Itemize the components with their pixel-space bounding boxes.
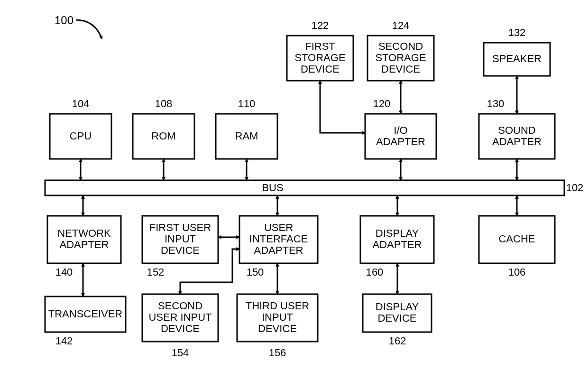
figure-reference: 100 [55, 14, 74, 27]
svg-text:154: 154 [172, 347, 189, 359]
second-user-input-block: 154 SECONDUSER INPUTDEVICE [142, 294, 218, 359]
svg-text:152: 152 [147, 266, 165, 278]
first-user-input-block: 152 FIRST USERINPUTDEVICE [142, 216, 218, 278]
display-device-block: 162 DISPLAYDEVICE [363, 294, 432, 347]
svg-rect-0 [45, 180, 564, 195]
svg-text:140: 140 [55, 266, 73, 278]
second-storage-block: 124 SECONDSTORAGEDEVICE [368, 19, 434, 81]
display-adapter-label: DISPLAYADAPTER [373, 227, 422, 250]
cpu-block: 104 CPU [50, 98, 111, 159]
transceiver-label: TRANSCEIVER [48, 307, 122, 319]
second-storage-label: SECONDSTORAGEDEVICE [375, 40, 426, 74]
svg-text:142: 142 [55, 335, 73, 347]
rom-block: 108 ROM [133, 98, 194, 159]
transceiver-block: 142 TRANSCEIVER [45, 296, 126, 347]
svg-text:156: 156 [269, 347, 286, 359]
svg-text:104: 104 [72, 98, 90, 110]
cache-block: 106 CACHE [479, 216, 555, 278]
user-interface-adapter-block: 150 USERINTERFACEADAPTER [239, 216, 318, 278]
speaker-block: 132 SPEAKER [484, 27, 550, 76]
svg-text:130: 130 [487, 98, 505, 110]
figure-reference-arrow [76, 20, 102, 39]
speaker-label: SPEAKER [492, 53, 542, 65]
rom-label: ROM [151, 130, 175, 141]
svg-text:120: 120 [373, 98, 391, 110]
svg-text:124: 124 [392, 19, 410, 31]
svg-text:122: 122 [312, 19, 329, 31]
svg-text:106: 106 [508, 266, 526, 278]
cpu-label: CPU [70, 130, 92, 141]
connector [320, 81, 365, 133]
svg-text:132: 132 [508, 27, 526, 38]
ram-label: RAM [235, 130, 258, 141]
display-device-label: DISPLAYDEVICE [376, 301, 419, 324]
sound-adapter-label: SOUNDADAPTER [492, 124, 542, 147]
network-adapter-block: 140 NETWORKADAPTER [47, 216, 121, 278]
svg-text:160: 160 [366, 266, 384, 278]
svg-text:110: 110 [238, 98, 256, 110]
cache-label: CACHE [498, 233, 535, 245]
svg-text:162: 162 [389, 335, 406, 347]
svg-text:150: 150 [247, 266, 264, 278]
bus-label: BUS [262, 182, 283, 194]
third-user-input-block: 156 THIRD USERINPUTDEVICE [237, 294, 318, 359]
ram-block: 110 RAM [216, 98, 277, 159]
first-storage-block: 122 FIRSTSTORAGEDEVICE [287, 19, 353, 81]
network-adapter-label: NETWORKADAPTER [57, 227, 111, 250]
bus-block: BUS 102 [45, 180, 583, 195]
svg-text:108: 108 [155, 98, 173, 110]
bus-ref: 102 [566, 182, 584, 194]
